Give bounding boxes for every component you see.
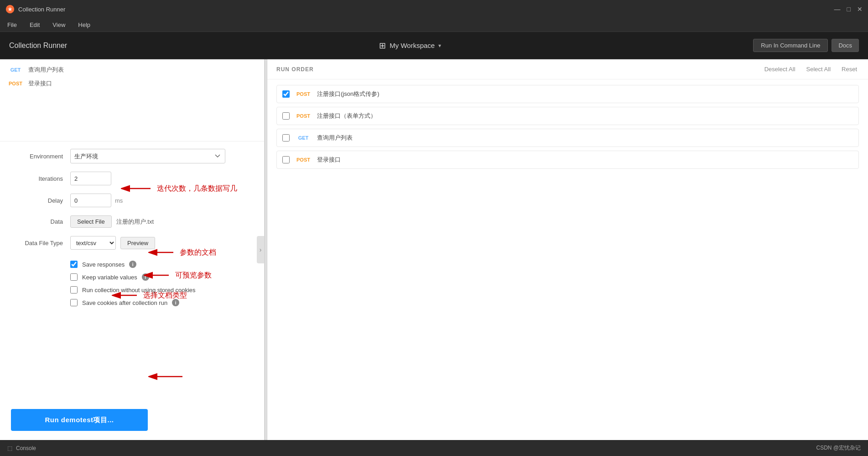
deselect-all-button[interactable]: Deselect All	[763, 65, 797, 73]
save-cookies-label: Save cookies after collection run	[82, 299, 167, 306]
menu-help[interactable]: Help	[76, 21, 92, 29]
main-content: GET 查询用户列表 POST 登录接口 Environment 生产环境 开发…	[0, 59, 868, 440]
save-responses-info-icon[interactable]: i	[129, 261, 136, 268]
run-item-name: 注册接口(json格式传参)	[317, 90, 853, 98]
environment-row: Environment 生产环境 开发环境 测试环境	[11, 149, 253, 163]
request-name: 登录接口	[28, 79, 52, 88]
run-item: POST 注册接口（表单方式）	[276, 107, 859, 125]
keep-variable-info-icon[interactable]: i	[142, 273, 149, 281]
close-button[interactable]: ✕	[857, 5, 863, 13]
delay-input[interactable]	[70, 194, 111, 207]
run-item-checkbox[interactable]	[282, 134, 290, 142]
status-right: CSDN @宏忧杂记	[816, 444, 861, 452]
data-file-type-row: Data File Type text/csv application/json…	[11, 236, 253, 250]
run-button-area: Run demotest项目...	[0, 402, 264, 440]
workspace-selector[interactable]: ⊞ My Workspace ▾	[379, 41, 441, 51]
run-without-cookies-label: Run collection without using stored cook…	[82, 287, 196, 294]
save-cookies-row: Save cookies after collection run i	[70, 296, 253, 309]
file-type-select[interactable]: text/csv application/json	[70, 236, 116, 250]
menu-edit[interactable]: Edit	[28, 21, 42, 29]
console-icon: ⬚	[7, 445, 12, 451]
data-label: Data	[11, 218, 70, 225]
run-item-name: 查询用户列表	[317, 134, 853, 142]
right-panel: RUN ORDER Deselect All Select All Reset …	[267, 59, 868, 440]
method-badge: GET	[295, 135, 312, 141]
method-post-badge: POST	[7, 81, 24, 86]
minimize-button[interactable]: —	[834, 5, 841, 13]
list-item: GET 查询用户列表	[0, 63, 264, 77]
delay-unit: ms	[115, 197, 123, 204]
menu-bar: File Edit View Help	[0, 18, 868, 32]
run-collection-button[interactable]: Run demotest项目...	[11, 409, 148, 431]
run-without-cookies-checkbox[interactable]	[70, 286, 78, 294]
maximize-button[interactable]: □	[847, 5, 851, 13]
iterations-input[interactable]	[70, 172, 111, 185]
reset-button[interactable]: Reset	[840, 65, 859, 73]
run-order-label: RUN ORDER	[276, 66, 314, 73]
select-all-button[interactable]: Select All	[805, 65, 832, 73]
menu-view[interactable]: View	[51, 21, 67, 29]
left-panel: GET 查询用户列表 POST 登录接口 Environment 生产环境 开发…	[0, 59, 265, 440]
selected-file-name: 注册的用户.txt	[116, 218, 154, 226]
console-label: Console	[16, 445, 36, 451]
save-cookies-checkbox[interactable]	[70, 299, 78, 306]
keep-variable-label: Keep variable values	[82, 274, 137, 281]
save-cookies-info-icon[interactable]: i	[172, 299, 179, 306]
method-badge: POST	[295, 113, 312, 119]
preview-button[interactable]: Preview	[120, 237, 155, 249]
run-order-actions: Deselect All Select All Reset	[763, 65, 859, 73]
right-edge-tab[interactable]	[257, 236, 264, 263]
settings-form: Environment 生产环境 开发环境 测试环境 Iterations De…	[0, 142, 264, 402]
keep-variable-row: Keep variable values i	[70, 271, 253, 283]
workspace-grid-icon: ⊞	[379, 41, 386, 51]
status-right-text: CSDN @宏忧杂记	[816, 445, 861, 451]
postman-icon	[5, 5, 15, 14]
status-left: ⬚ Console	[7, 445, 36, 451]
request-name: 查询用户列表	[28, 66, 64, 74]
docs-button[interactable]: Docs	[832, 39, 859, 52]
method-get-badge: GET	[7, 67, 24, 73]
run-item-name: 注册接口（表单方式）	[317, 112, 853, 120]
run-order-header: RUN ORDER Deselect All Select All Reset	[267, 59, 868, 79]
method-badge: POST	[295, 91, 312, 97]
data-file-type-label: Data File Type	[11, 240, 70, 246]
run-item-checkbox[interactable]	[282, 90, 290, 98]
app-title: Collection Runner	[18, 6, 65, 13]
workspace-chevron-icon: ▾	[438, 42, 441, 49]
data-row: Data Select File 注册的用户.txt	[11, 215, 253, 228]
request-list: GET 查询用户列表 POST 登录接口	[0, 59, 264, 142]
run-item: POST 登录接口	[276, 151, 859, 169]
title-bar: Collection Runner — □ ✕	[0, 0, 868, 18]
delay-label: Delay	[11, 197, 70, 204]
collection-runner-title: Collection Runner	[9, 42, 67, 50]
iterations-label: Iterations	[11, 175, 70, 182]
save-responses-checkbox[interactable]	[70, 261, 78, 268]
select-file-button[interactable]: Select File	[70, 215, 112, 228]
run-order-list: POST 注册接口(json格式传参) POST 注册接口（表单方式） GET …	[267, 79, 868, 440]
method-badge: POST	[295, 157, 312, 162]
list-item: POST 登录接口	[0, 77, 264, 90]
menu-file[interactable]: File	[5, 21, 19, 29]
iterations-row: Iterations	[11, 172, 253, 185]
run-item: POST 注册接口(json格式传参)	[276, 85, 859, 103]
save-responses-row: Save responses i	[70, 258, 253, 271]
run-command-line-button[interactable]: Run In Command Line	[753, 39, 828, 52]
status-bar: ⬚ Console CSDN @宏忧杂记	[0, 440, 868, 456]
run-without-cookies-row: Run collection without using stored cook…	[70, 283, 253, 296]
delay-row: Delay ms	[11, 194, 253, 207]
checkbox-group: Save responses i Keep variable values i …	[70, 258, 253, 309]
keep-variable-checkbox[interactable]	[70, 273, 78, 281]
header: Collection Runner ⊞ My Workspace ▾ Run I…	[0, 32, 868, 59]
run-item-name: 登录接口	[317, 156, 853, 164]
run-item-checkbox[interactable]	[282, 156, 290, 163]
workspace-name: My Workspace	[390, 42, 435, 49]
save-responses-label: Save responses	[82, 261, 125, 268]
environment-label: Environment	[11, 153, 70, 160]
run-item: GET 查询用户列表	[276, 129, 859, 147]
environment-select[interactable]: 生产环境 开发环境 测试环境	[70, 149, 225, 163]
run-item-checkbox[interactable]	[282, 112, 290, 120]
